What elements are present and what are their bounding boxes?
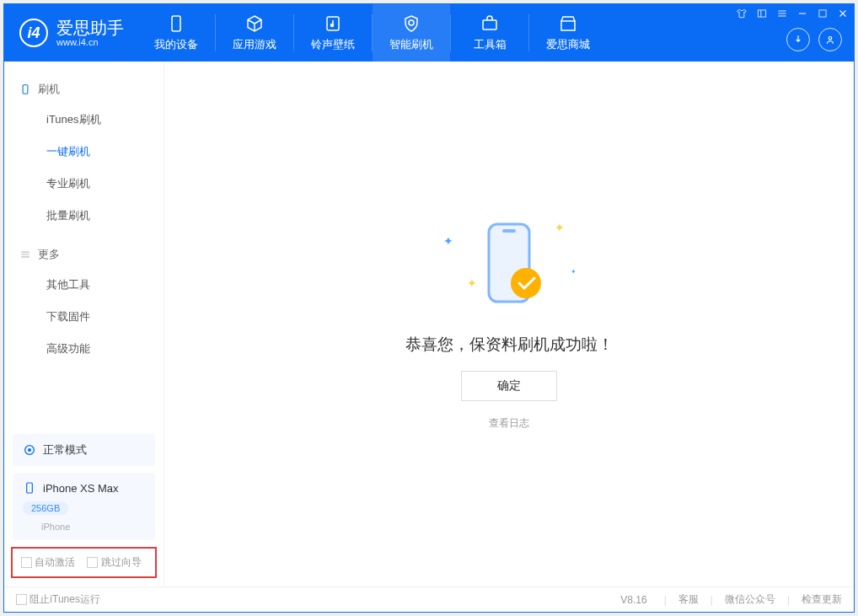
sidebar-group-title: 刷机	[38, 82, 60, 97]
more-icon	[19, 249, 31, 260]
phone-icon	[19, 83, 31, 95]
window-controls	[736, 8, 849, 19]
footer-link-update[interactable]: 检查更新	[802, 592, 842, 607]
footer-link-wechat[interactable]: 微信公众号	[725, 592, 775, 607]
body: 刷机 iTunes刷机 一键刷机 专业刷机 批量刷机 更多 其他工具 下载固件 …	[4, 62, 854, 587]
app-name: 爱思助手	[56, 19, 124, 37]
user-icon	[824, 34, 836, 46]
logo-icon: i4	[19, 19, 48, 47]
download-button[interactable]	[786, 28, 810, 51]
svg-point-11	[29, 449, 31, 452]
svg-point-8	[829, 37, 832, 40]
store-icon	[558, 13, 578, 34]
shirt-icon[interactable]	[736, 8, 748, 19]
tab-label: 工具箱	[474, 37, 507, 52]
phone-success-icon	[458, 217, 560, 319]
view-log-link[interactable]: 查看日志	[489, 416, 529, 431]
device-capacity: 256GB	[23, 501, 68, 515]
svg-rect-5	[561, 21, 575, 30]
success-illustration: ✦ ✦ ✦ ✦	[458, 217, 560, 319]
device-type: iPhone	[23, 522, 145, 532]
download-icon	[792, 34, 804, 46]
svg-point-15	[511, 268, 541, 298]
panel-icon[interactable]	[756, 8, 768, 19]
device-mode-row[interactable]: 正常模式	[13, 434, 155, 466]
tab-label: 应用游戏	[233, 37, 276, 52]
sidebar-item-itunes[interactable]: iTunes刷机	[4, 104, 164, 136]
svg-rect-9	[23, 85, 28, 94]
user-button[interactable]	[818, 28, 842, 51]
footer-right: V8.16 | 客服 | 微信公众号 | 检查更新	[620, 592, 842, 607]
tab-label: 我的设备	[154, 37, 198, 52]
skip-guide-checkbox[interactable]: 跳过向导	[87, 555, 141, 570]
version-label: V8.16	[620, 594, 646, 606]
tab-store[interactable]: 爱思商城	[529, 4, 607, 62]
app-sub: www.i4.cn	[56, 37, 124, 47]
phone-icon	[23, 481, 36, 495]
success-message: 恭喜您，保资料刷机成功啦！	[405, 334, 614, 356]
svg-point-3	[409, 20, 414, 25]
device-model: iPhone XS Max	[43, 482, 119, 495]
tab-label: 智能刷机	[389, 37, 433, 52]
titlebar: i4 爱思助手 www.i4.cn 我的设备 应用游戏 铃声壁纸	[4, 4, 854, 62]
sidebar-group-flash: 刷机	[4, 75, 164, 104]
tab-label: 铃声壁纸	[311, 37, 355, 52]
close-icon[interactable]	[837, 8, 849, 19]
tab-my-device[interactable]: 我的设备	[137, 4, 215, 62]
device-info-row[interactable]: iPhone XS Max 256GB iPhone	[13, 473, 155, 540]
device-panel: 正常模式 iPhone XS Max 256GB iPhone 自动激活 跳过向…	[4, 434, 164, 587]
sidebar-item-onekey[interactable]: 一键刷机	[4, 136, 164, 168]
mode-icon	[23, 443, 36, 457]
sidebar-item-pro[interactable]: 专业刷机	[4, 168, 164, 200]
device-icon	[166, 13, 186, 34]
menu-icon[interactable]	[776, 8, 788, 19]
device-mode: 正常模式	[43, 442, 87, 458]
toolbox-icon	[480, 13, 500, 34]
stop-itunes-checkbox[interactable]: 阻止iTunes运行	[16, 592, 100, 607]
ok-button[interactable]: 确定	[461, 371, 557, 401]
app-window: i4 爱思助手 www.i4.cn 我的设备 应用游戏 铃声壁纸	[3, 3, 855, 613]
svg-point-2	[331, 24, 334, 27]
cube-icon	[244, 13, 265, 34]
svg-rect-12	[27, 483, 33, 493]
tab-apps[interactable]: 应用游戏	[216, 4, 293, 62]
sidebar-item-firmware[interactable]: 下载固件	[4, 301, 164, 333]
main-content: ✦ ✦ ✦ ✦ 恭喜您，保资料刷机成功啦！ 确定 查看日志	[164, 62, 854, 587]
sidebar-item-batch[interactable]: 批量刷机	[4, 200, 164, 232]
music-icon	[323, 13, 343, 34]
tab-toolbox[interactable]: 工具箱	[451, 4, 528, 62]
sidebar-item-advanced[interactable]: 高级功能	[4, 333, 164, 365]
options-highlight: 自动激活 跳过向导	[11, 547, 157, 578]
maximize-icon[interactable]	[817, 8, 829, 19]
svg-rect-14	[502, 229, 516, 233]
svg-rect-7	[819, 10, 826, 17]
footer: 阻止iTunes运行 V8.16 | 客服 | 微信公众号 | 检查更新	[4, 587, 854, 612]
footer-link-support[interactable]: 客服	[678, 592, 699, 607]
tab-flash[interactable]: 智能刷机	[373, 4, 450, 62]
tab-label: 爱思商城	[546, 37, 590, 52]
sidebar-item-other[interactable]: 其他工具	[4, 269, 164, 301]
top-tabs: 我的设备 应用游戏 铃声壁纸 智能刷机 工具箱	[137, 4, 607, 62]
shield-icon	[401, 13, 421, 34]
logo: i4 爱思助手 www.i4.cn	[4, 19, 137, 47]
sidebar-group-title: 更多	[38, 247, 60, 262]
auto-activate-checkbox[interactable]: 自动激活	[21, 555, 75, 570]
minimize-icon[interactable]	[796, 8, 808, 19]
svg-rect-0	[172, 16, 180, 31]
svg-rect-4	[483, 20, 496, 29]
sidebar-group-more: 更多	[4, 240, 164, 269]
tab-ringtones[interactable]: 铃声壁纸	[294, 4, 372, 62]
svg-rect-6	[758, 10, 765, 17]
sidebar: 刷机 iTunes刷机 一键刷机 专业刷机 批量刷机 更多 其他工具 下载固件 …	[4, 62, 164, 587]
